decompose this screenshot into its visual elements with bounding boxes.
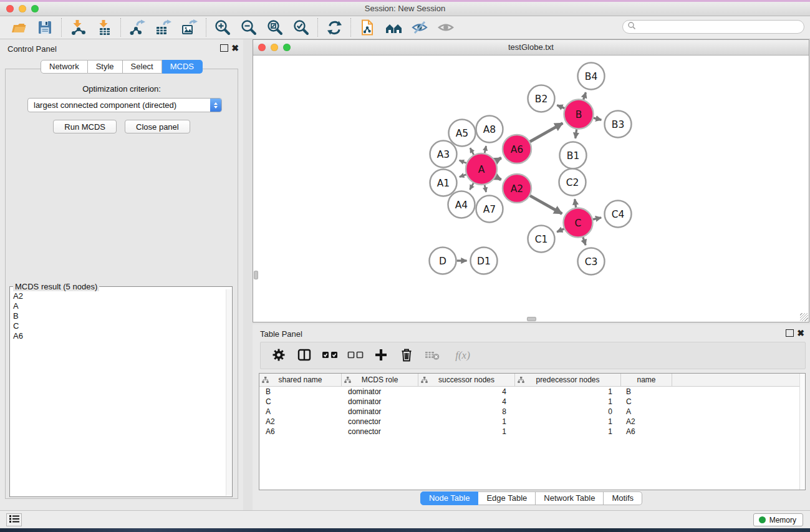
edge-A6-B[interactable] (530, 123, 562, 142)
export-image-button[interactable] (180, 18, 199, 37)
table-settings-button[interactable] (271, 347, 286, 364)
control-panel-float-button[interactable] (219, 44, 228, 52)
node-C[interactable]: C (564, 208, 593, 238)
table-cell[interactable]: connector (342, 427, 418, 436)
tab-network-table[interactable]: Network Table (536, 491, 604, 505)
search-field[interactable] (622, 20, 804, 34)
node-D[interactable]: D (430, 248, 456, 274)
column-header-name[interactable]: name (621, 374, 672, 386)
edge-C-C4[interactable] (593, 218, 601, 220)
node-C4[interactable]: C4 (605, 201, 632, 228)
table-cell[interactable]: 4 (418, 387, 515, 396)
network-minimize-button[interactable] (271, 44, 278, 51)
zoom-selected-button[interactable] (292, 18, 311, 37)
select-all-columns-button[interactable] (322, 347, 337, 364)
node-B[interactable]: B (564, 100, 594, 129)
table-cell[interactable]: A (259, 407, 342, 416)
node-A7[interactable]: A7 (476, 196, 503, 223)
table-cell[interactable]: A2 (259, 417, 342, 426)
node-A3[interactable]: A3 (430, 141, 457, 168)
edge-A-A3[interactable] (460, 160, 466, 163)
edge-A2-C[interactable] (530, 196, 562, 214)
zoom-window-button[interactable] (31, 5, 39, 12)
column-header-shared-name[interactable]: shared name (259, 374, 342, 386)
tab-network[interactable]: Network (41, 60, 88, 74)
tab-style[interactable]: Style (88, 60, 123, 74)
close-panel-button[interactable]: Close panel (125, 120, 190, 133)
node-A[interactable]: A (466, 153, 497, 185)
table-cell[interactable]: A6 (621, 427, 672, 436)
network-graph[interactable]: B4B2BB3A5A8A6A3B1AA1C2A2A4A7C4CC1C3DD1 (253, 56, 808, 322)
table-cell[interactable]: C (621, 397, 672, 406)
table-row[interactable]: Cdominator41C (259, 397, 805, 407)
edge-C-C2[interactable] (575, 199, 576, 207)
mcds-result-item[interactable]: A (13, 301, 226, 311)
delete-column-button[interactable] (399, 347, 414, 364)
node-B4[interactable]: B4 (578, 63, 605, 90)
network-window-titlebar[interactable]: testGlobe.txt (253, 40, 809, 56)
apply-layout-button[interactable] (325, 18, 344, 37)
result-scrollbar[interactable] (226, 289, 231, 496)
table-cell[interactable]: A6 (259, 427, 342, 436)
edge-B-B4[interactable] (584, 92, 586, 100)
node-D1[interactable]: D1 (471, 248, 498, 274)
first-neighbors-button[interactable] (384, 18, 403, 37)
table-scrollbar[interactable] (799, 374, 805, 490)
tab-mcds[interactable]: MCDS (162, 60, 203, 74)
mcds-result-item[interactable]: B (13, 311, 226, 321)
table-cell[interactable]: 1 (418, 417, 515, 426)
table-cell[interactable]: 1 (515, 397, 621, 406)
edge-C-C1[interactable] (557, 229, 564, 232)
network-canvas[interactable]: B4B2BB3A5A8A6A3B1AA1C2A2A4A7C4CC1C3DD1 (253, 56, 809, 322)
memory-button[interactable]: Memory (753, 513, 803, 526)
zoom-out-button[interactable] (239, 18, 258, 37)
edge-A-A5[interactable] (470, 148, 474, 155)
node-C3[interactable]: C3 (578, 248, 605, 275)
edge-B-B2[interactable] (557, 105, 564, 109)
mcds-result-item[interactable]: A2 (13, 291, 226, 301)
edge-C-C3[interactable] (583, 237, 586, 245)
table-panel-float-button[interactable] (785, 329, 794, 337)
new-network-from-selection-button[interactable] (358, 18, 377, 37)
import-network-button[interactable] (69, 18, 87, 37)
table-cell[interactable]: B (621, 387, 672, 396)
edge-A-A1[interactable] (460, 175, 466, 177)
export-network-button[interactable] (128, 18, 147, 37)
destroy-table-button[interactable] (425, 347, 440, 364)
save-button[interactable] (36, 18, 54, 37)
create-column-button[interactable] (374, 347, 388, 364)
network-zoom-button[interactable] (283, 44, 291, 51)
table-cell[interactable]: dominator (342, 387, 418, 396)
table-row[interactable]: A6connector11A6 (259, 427, 805, 437)
table-cell[interactable]: 0 (515, 407, 621, 416)
search-input[interactable] (636, 21, 804, 32)
criterion-dropdown[interactable]: largest connected component (directed) (27, 98, 222, 112)
show-log-console-button[interactable] (6, 513, 22, 526)
table-cell[interactable]: A (621, 407, 672, 416)
table-cell[interactable]: connector (342, 417, 418, 426)
edge-A-A6[interactable] (496, 158, 501, 161)
mcds-result-item[interactable]: A6 (13, 331, 226, 341)
table-cell[interactable]: C (259, 397, 342, 406)
tab-node-table[interactable]: Node Table (420, 491, 479, 505)
table-cell[interactable]: 1 (515, 427, 621, 436)
table-cell[interactable]: A2 (621, 417, 672, 426)
node-C1[interactable]: C1 (528, 226, 555, 253)
run-mcds-button[interactable]: Run MCDS (53, 120, 117, 133)
app-titlebar[interactable]: Session: New Session (0, 2, 810, 16)
horizontal-scroll-thumb[interactable] (527, 317, 536, 321)
table-row[interactable]: Bdominator41B (259, 387, 805, 397)
show-all-button[interactable] (436, 18, 455, 37)
import-table-button[interactable] (95, 18, 113, 37)
edge-A-A7[interactable] (485, 185, 486, 192)
column-header-successor-nodes[interactable]: successor nodes (418, 374, 515, 386)
function-builder-button[interactable]: f(x) (450, 347, 475, 364)
node-B3[interactable]: B3 (605, 111, 632, 138)
table-row[interactable]: Adominator80A (259, 407, 805, 417)
node-B1[interactable]: B1 (560, 142, 587, 169)
mcds-result-item[interactable]: C (13, 321, 226, 331)
table-cell[interactable]: 1 (418, 427, 515, 436)
export-table-button[interactable] (154, 18, 173, 37)
tab-motifs[interactable]: Motifs (604, 491, 642, 505)
tab-select[interactable]: Select (123, 60, 162, 74)
